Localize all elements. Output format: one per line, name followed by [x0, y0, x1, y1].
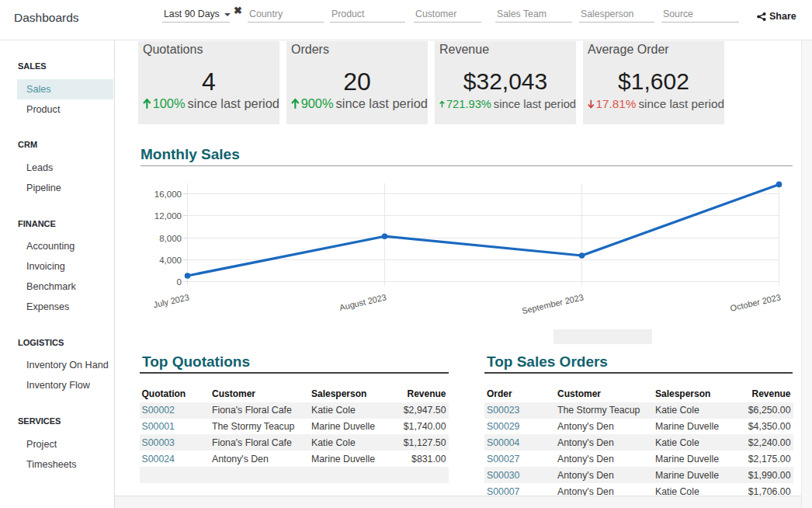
svg-text:16,000: 16,000 [154, 190, 182, 199]
svg-text:August 2023: August 2023 [338, 292, 387, 312]
svg-text:8,000: 8,000 [159, 234, 182, 243]
svg-text:September 2023: September 2023 [521, 292, 585, 315]
svg-text:July 2023: July 2023 [152, 292, 190, 309]
svg-text:4,000: 4,000 [159, 256, 182, 265]
svg-text:October 2023: October 2023 [729, 292, 782, 313]
svg-text:0: 0 [177, 277, 182, 287]
svg-text:12,000: 12,000 [154, 211, 182, 221]
